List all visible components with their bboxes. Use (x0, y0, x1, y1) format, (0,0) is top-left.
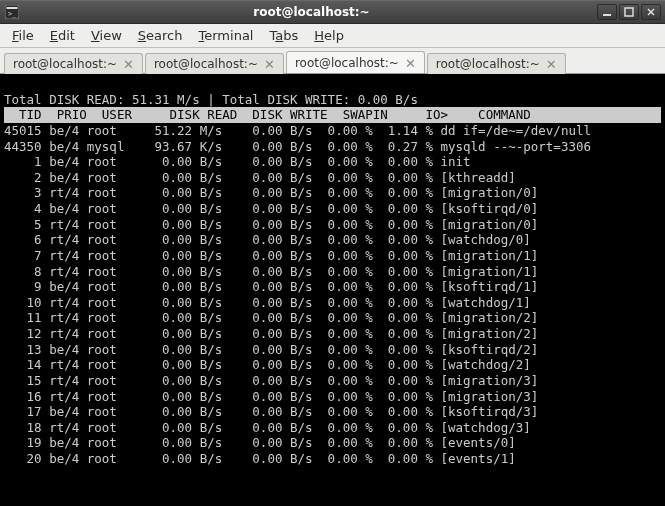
terminal-output[interactable]: Total DISK READ: 51.31 M/s | Total DISK … (0, 74, 665, 506)
tab-close-icon[interactable]: ✕ (405, 57, 416, 70)
window-title: root@localhost:~ (26, 5, 597, 19)
tab-label: root@localhost:~ (295, 56, 399, 70)
svg-text:>_: >_ (8, 10, 17, 18)
menu-file[interactable]: File (4, 26, 42, 45)
menu-search[interactable]: Search (130, 26, 191, 45)
terminal-app-icon: >_ (4, 4, 20, 20)
minimize-button[interactable] (597, 4, 617, 20)
terminal-tab[interactable]: root@localhost:~✕ (4, 53, 143, 74)
svg-rect-4 (625, 8, 633, 16)
iotop-summary-line: Total DISK READ: 51.31 M/s | Total DISK … (4, 92, 418, 107)
menu-edit[interactable]: Edit (42, 26, 83, 45)
tab-close-icon[interactable]: ✕ (546, 58, 557, 71)
tab-bar: root@localhost:~✕root@localhost:~✕root@l… (0, 48, 665, 74)
terminal-tab[interactable]: root@localhost:~✕ (286, 51, 425, 73)
window-titlebar: >_ root@localhost:~ (0, 0, 665, 24)
maximize-button[interactable] (619, 4, 639, 20)
svg-rect-3 (603, 14, 611, 16)
terminal-tab[interactable]: root@localhost:~✕ (145, 53, 284, 74)
tab-label: root@localhost:~ (436, 57, 540, 71)
iotop-process-rows: 45015 be/4 root 51.22 M/s 0.00 B/s 0.00 … (4, 123, 591, 466)
menubar: File Edit View Search Terminal Tabs Help (0, 24, 665, 48)
menu-help[interactable]: Help (306, 26, 352, 45)
menu-view[interactable]: View (83, 26, 130, 45)
svg-rect-1 (7, 7, 18, 9)
menu-terminal[interactable]: Terminal (191, 26, 262, 45)
tab-label: root@localhost:~ (13, 57, 117, 71)
menu-tabs[interactable]: Tabs (261, 26, 306, 45)
tab-label: root@localhost:~ (154, 57, 258, 71)
terminal-tab[interactable]: root@localhost:~✕ (427, 53, 566, 74)
iotop-header-line: TID PRIO USER DISK READ DISK WRITE SWAPI… (4, 107, 661, 123)
close-button[interactable] (641, 4, 661, 20)
tab-close-icon[interactable]: ✕ (264, 58, 275, 71)
tab-close-icon[interactable]: ✕ (123, 58, 134, 71)
